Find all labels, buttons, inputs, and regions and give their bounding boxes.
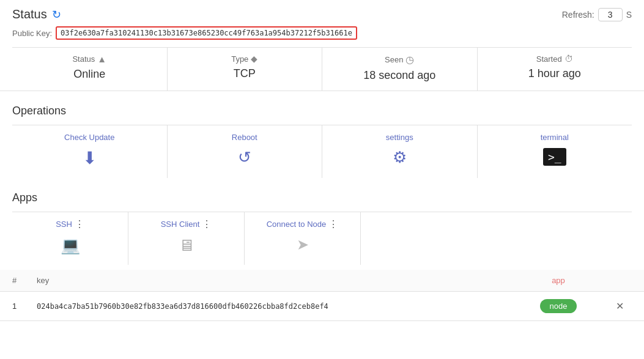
th-app: app	[509, 276, 607, 285]
terminal-icon: >_	[543, 148, 566, 166]
refresh-control: Refresh: S	[562, 8, 632, 21]
cell-value-seen: 18 second ago	[363, 69, 435, 82]
op-terminal[interactable]: terminal >_	[478, 125, 632, 178]
td-row-num: 1	[12, 302, 37, 311]
status-cell-seen: Seen ◷ 18 second ago	[322, 48, 478, 91]
op-reboot-label: Reboot	[232, 133, 257, 142]
cell-label-seen: Seen ◷	[385, 54, 414, 65]
status-title-text: Status	[12, 7, 47, 21]
th-action	[607, 276, 632, 285]
apps-section: Apps SSH ⋮ 💻 SSH Client ⋮ 🖥 Connect to N…	[0, 183, 644, 265]
table-section: # key app 1 024ba4ca7ba51b7960b30e82fb83…	[0, 270, 644, 321]
op-check-update-label: Check Update	[64, 133, 114, 142]
public-key-label: Public Key:	[12, 29, 52, 38]
tcp-icon: ◆	[251, 54, 257, 64]
clock-seen-icon: ◷	[405, 54, 414, 65]
app-connect-node-menu[interactable]: ⋮	[328, 218, 338, 230]
app-ssh-client-menu[interactable]: ⋮	[202, 218, 212, 230]
status-title-row: Status ↻	[12, 7, 61, 21]
status-section: Status ↻ Refresh: S Public Key: 03f2e630…	[0, 0, 644, 91]
app-connect-node-header: Connect to Node ⋮	[254, 218, 350, 230]
app-ssh-client-label: SSH Client	[161, 220, 200, 229]
th-key: key	[37, 276, 509, 285]
public-key-row: Public Key: 03f2e630a7fa310241130c13b316…	[12, 26, 632, 40]
refresh-input[interactable]	[598, 8, 623, 21]
app-ssh[interactable]: SSH ⋮ 💻	[12, 212, 128, 265]
cell-label-type: Type ◆	[231, 54, 257, 64]
op-settings[interactable]: settings ⚙	[322, 125, 478, 178]
operations-section: Operations Check Update ⬇ Reboot ↺ setti…	[0, 96, 644, 178]
td-row-action: ✕	[607, 300, 632, 312]
public-key-value[interactable]: 03f2e630a7fa310241130c13b31673e865230cc4…	[56, 26, 357, 40]
app-ssh-client[interactable]: SSH Client ⋮ 🖥	[128, 212, 245, 265]
laptop-gray-icon: 🖥	[179, 236, 194, 255]
td-row-app: node	[509, 299, 607, 313]
settings-icon: ⚙	[393, 148, 407, 167]
refresh-label: Refresh:	[562, 10, 594, 20]
cell-value-started: 1 hour ago	[528, 67, 581, 80]
app-connect-node-label: Connect to Node	[267, 220, 327, 229]
apps-title: Apps	[12, 191, 632, 204]
app-connect-node[interactable]: Connect to Node ⋮ ➤	[245, 212, 361, 265]
op-check-update[interactable]: Check Update ⬇	[12, 125, 168, 178]
app-ssh-header: SSH ⋮	[22, 218, 118, 230]
laptop-colored-icon: 💻	[61, 236, 80, 255]
status-cell-started: Started ⏱ 1 hour ago	[478, 48, 632, 91]
cell-label-status: Status ▲	[72, 54, 106, 64]
app-ssh-menu[interactable]: ⋮	[75, 218, 84, 230]
send-icon: ➤	[297, 236, 309, 253]
reboot-icon: ↺	[238, 148, 251, 167]
op-terminal-label: terminal	[541, 133, 569, 142]
download-icon: ⬇	[83, 148, 97, 168]
status-cell-type: Type ◆ TCP	[168, 48, 323, 91]
operations-row: Check Update ⬇ Reboot ↺ settings ⚙ termi…	[12, 125, 632, 178]
app-badge: node	[540, 299, 577, 313]
cell-label-started: Started ⏱	[536, 54, 573, 64]
wifi-icon: ▲	[97, 54, 106, 64]
operations-title: Operations	[12, 105, 632, 117]
app-ssh-client-header: SSH Client ⋮	[138, 218, 234, 230]
table-header: # key app	[0, 270, 644, 292]
cell-value-status: Online	[73, 68, 105, 81]
table-row: 1 024ba4ca7ba51b7960b30e82fb833ea6d37d81…	[0, 292, 644, 321]
th-hash: #	[12, 276, 37, 285]
op-reboot[interactable]: Reboot ↺	[168, 125, 323, 178]
op-settings-label: settings	[386, 133, 413, 142]
close-icon[interactable]: ✕	[616, 301, 624, 311]
apps-row: SSH ⋮ 💻 SSH Client ⋮ 🖥 Connect to Node ⋮…	[12, 212, 632, 265]
status-cell-status: Status ▲ Online	[12, 48, 168, 91]
clock-started-icon: ⏱	[564, 54, 573, 64]
status-info-row: Status ▲ Online Type ◆ TCP Seen ◷ 18 sec…	[12, 47, 632, 91]
refresh-icon[interactable]: ↻	[52, 8, 61, 21]
cell-value-type: TCP	[234, 67, 256, 80]
td-row-key: 024ba4ca7ba51b7960b30e82fb833ea6d37d8166…	[37, 302, 509, 311]
refresh-unit: S	[626, 10, 632, 20]
app-ssh-label: SSH	[56, 220, 72, 229]
